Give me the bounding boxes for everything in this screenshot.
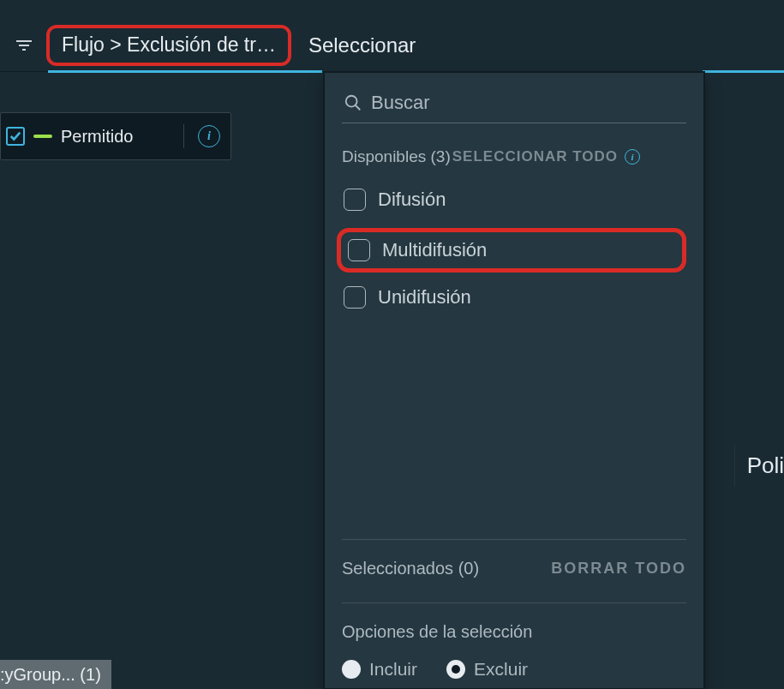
filter-icon-button[interactable] bbox=[7, 28, 41, 63]
radio-icon bbox=[342, 660, 361, 679]
option-multidifusion[interactable]: Multidifusión bbox=[337, 228, 686, 273]
panel-title: Seleccionar bbox=[308, 33, 416, 57]
search-icon bbox=[344, 93, 362, 112]
radio-label: Excluir bbox=[474, 659, 528, 680]
info-icon[interactable]: i bbox=[198, 125, 220, 147]
option-unidifusion[interactable]: Unidifusión bbox=[342, 286, 686, 309]
top-bar: Flujo > Exclusión de tr… Seleccionar bbox=[0, 19, 784, 72]
permitido-checkbox[interactable] bbox=[6, 127, 25, 146]
select-all-button[interactable]: SELECCIONAR TODO bbox=[452, 148, 618, 165]
info-icon[interactable]: i bbox=[625, 149, 640, 165]
checkbox[interactable] bbox=[348, 239, 370, 261]
radio-exclude[interactable]: Excluir bbox=[446, 659, 528, 680]
option-label: Multidifusión bbox=[382, 239, 487, 261]
permitido-filter-pill[interactable]: Permitido i bbox=[0, 112, 231, 160]
breadcrumb[interactable]: Flujo > Exclusión de tr… bbox=[46, 25, 291, 66]
check-icon bbox=[9, 130, 21, 142]
checkbox[interactable] bbox=[344, 189, 366, 211]
option-label: Difusión bbox=[378, 189, 446, 211]
divider bbox=[342, 539, 686, 540]
selected-header: Seleccionados (0) BORRAR TODO bbox=[342, 559, 686, 578]
checkbox[interactable] bbox=[344, 286, 366, 309]
available-header: Disponibles (3) SELECCIONAR TODO i bbox=[342, 147, 686, 166]
breadcrumb-text: Flujo > Exclusión de tr… bbox=[62, 33, 276, 57]
radio-label: Incluir bbox=[369, 659, 417, 680]
filter-icon bbox=[14, 35, 34, 56]
permitido-color-swatch bbox=[33, 135, 52, 138]
selection-panel: Disponibles (3) SELECCIONAR TODO i Difus… bbox=[324, 72, 704, 689]
available-count: Disponibles (3) bbox=[342, 147, 451, 166]
group-chip[interactable]: :yGroup... (1) bbox=[0, 660, 111, 689]
active-tab-underline bbox=[48, 70, 322, 73]
permitido-label: Permitido bbox=[61, 127, 170, 147]
top-underline-right bbox=[703, 70, 784, 73]
side-label: Poli bbox=[734, 444, 784, 487]
svg-line-4 bbox=[356, 105, 361, 111]
radio-icon bbox=[446, 660, 465, 679]
selection-options-radios: Incluir Excluir bbox=[342, 659, 686, 688]
svg-point-3 bbox=[346, 96, 357, 107]
option-difusion[interactable]: Difusión bbox=[342, 189, 686, 211]
selected-count: Seleccionados (0) bbox=[342, 559, 479, 578]
selection-options-title: Opciones de la selección bbox=[342, 622, 686, 642]
clear-all-button[interactable]: BORRAR TODO bbox=[551, 560, 686, 578]
search-row bbox=[342, 88, 686, 123]
divider bbox=[342, 602, 686, 603]
search-input[interactable] bbox=[371, 92, 685, 114]
option-label: Unidifusión bbox=[378, 286, 471, 309]
divider bbox=[183, 124, 184, 148]
radio-include[interactable]: Incluir bbox=[342, 659, 417, 680]
